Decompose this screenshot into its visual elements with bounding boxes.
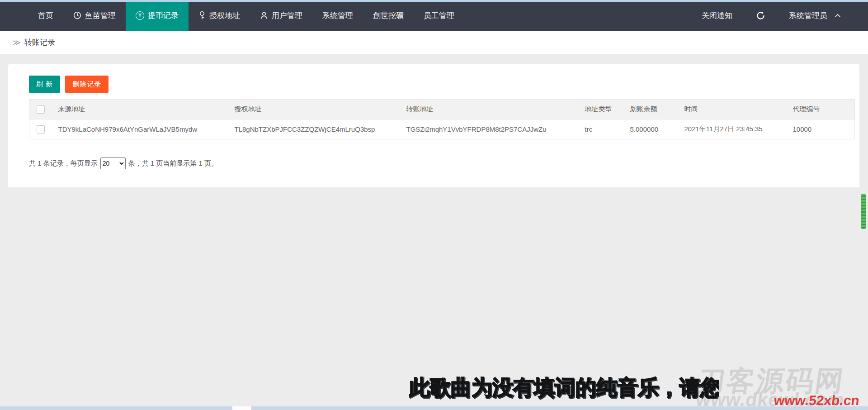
scrollbar-thumb[interactable]: [861, 194, 866, 229]
pagination: 共 1 条记录，每页显示 20 条，共 1 页当前显示第 1 页。: [29, 157, 846, 169]
top-strip: [0, 0, 868, 2]
nav-label: 系统管理: [322, 10, 353, 21]
nav-item-system-management[interactable]: 系统管理: [312, 0, 363, 31]
nav-menu: 首页 鱼苗管理 ¥ 提币记录 授权地址: [0, 0, 464, 31]
subtitle-text: 此歌曲为没有填词的纯音乐，请您欣: [409, 376, 719, 399]
bottom-strip: [0, 406, 868, 410]
delete-records-button[interactable]: 删除记录: [65, 76, 108, 93]
pagination-suffix: 条，共 1 页当前显示第 1 页。: [128, 159, 218, 168]
user-name: 系统管理员: [789, 10, 827, 21]
table-row: TDY9kLaCoNH979x6AtYnGarWLaJVB5mydw TL8gN…: [29, 119, 855, 139]
yen-circle-icon: ¥: [136, 11, 144, 20]
nav-right: 关闭通知 系统管理员: [690, 0, 868, 31]
chevron-up-icon: [835, 14, 841, 18]
cell-address-type: trc: [585, 119, 630, 139]
records-card: 刷 新 删除记录 来源地址 授权地址 转账地址 地址类型 划账余额 时间 代理编…: [8, 64, 860, 188]
page-title: 转账记录: [24, 37, 55, 48]
refresh-button[interactable]: 刷 新: [29, 76, 60, 93]
cell-source-address: TDY9kLaCoNH979x6AtYnGarWLaJVB5mydw: [58, 119, 235, 139]
col-transfer-address: 转账地址: [406, 100, 585, 119]
breadcrumb: ≫ 转账记录: [0, 31, 868, 54]
nav-item-withdraw-records[interactable]: ¥ 提币记录: [126, 0, 189, 31]
watermark-url-red: www.52xb.cn: [773, 393, 860, 408]
top-navbar: 首页 鱼苗管理 ¥ 提币记录 授权地址: [0, 0, 868, 31]
cell-authorized-address: TL8gNbTZXbPJFCC3ZZQZWjCE4mLruQ3bsp: [235, 119, 406, 139]
nav-item-fry-management[interactable]: 鱼苗管理: [63, 0, 126, 31]
cell-time: 2021年11月27日 23:45:35: [684, 119, 793, 139]
col-agent-number: 代理编号: [793, 100, 855, 119]
nav-label: 员工管理: [424, 10, 454, 21]
refresh-icon[interactable]: [744, 11, 777, 20]
close-notice-button[interactable]: 关闭通知: [690, 10, 744, 21]
nav-label: 提币记录: [148, 10, 179, 21]
user-menu[interactable]: 系统管理员: [777, 10, 853, 21]
key-icon: [198, 11, 206, 20]
nav-item-user-management[interactable]: 用户管理: [250, 0, 312, 31]
nav-item-genesis-mining[interactable]: 創世挖礦: [363, 0, 414, 31]
clock-icon: [73, 11, 81, 19]
video-progress-notch: [232, 406, 251, 410]
nav-item-authorized-address[interactable]: 授权地址: [189, 0, 250, 31]
select-all-checkbox[interactable]: [37, 105, 45, 114]
cell-debit-balance: 5.000000: [630, 119, 684, 139]
nav-label: 首页: [38, 10, 53, 21]
nav-label: 創世挖礦: [373, 10, 404, 21]
row-checkbox[interactable]: [37, 125, 45, 133]
col-time: 时间: [684, 100, 793, 119]
col-address-type: 地址类型: [585, 100, 630, 119]
nav-label: 鱼苗管理: [85, 10, 116, 21]
nav-label: 授权地址: [209, 10, 240, 21]
nav-label: 关闭通知: [702, 10, 732, 21]
page: 首页 鱼苗管理 ¥ 提币记录 授权地址: [0, 0, 868, 410]
nav-label: 用户管理: [272, 10, 302, 21]
cell-agent-number: 10000: [793, 119, 855, 139]
pagination-prefix: 共 1 条记录，每页显示: [29, 159, 98, 168]
nav-item-staff-management[interactable]: 员工管理: [414, 0, 464, 31]
cell-transfer-address: TGSZi2mqhY1VvbYFRDP8M8t2PS7CAJJwZu: [406, 119, 585, 139]
video-subtitle: 此歌曲为没有填词的纯音乐，请您欣: [409, 374, 719, 404]
toolbar: 刷 新 删除记录: [29, 76, 846, 93]
nav-item-home[interactable]: 首页: [28, 0, 63, 31]
table-header-row: 来源地址 授权地址 转账地址 地址类型 划账余额 时间 代理编号: [29, 100, 855, 119]
col-source-address: 来源地址: [58, 100, 235, 119]
user-icon: [260, 11, 268, 19]
double-chevron-icon: ≫: [12, 38, 21, 48]
col-debit-balance: 划账余额: [630, 100, 684, 119]
page-size-select[interactable]: 20: [100, 157, 126, 169]
col-authorized-address: 授权地址: [235, 100, 406, 119]
transfer-records-table: 来源地址 授权地址 转账地址 地址类型 划账余额 时间 代理编号 TDY9kLa…: [29, 99, 855, 139]
